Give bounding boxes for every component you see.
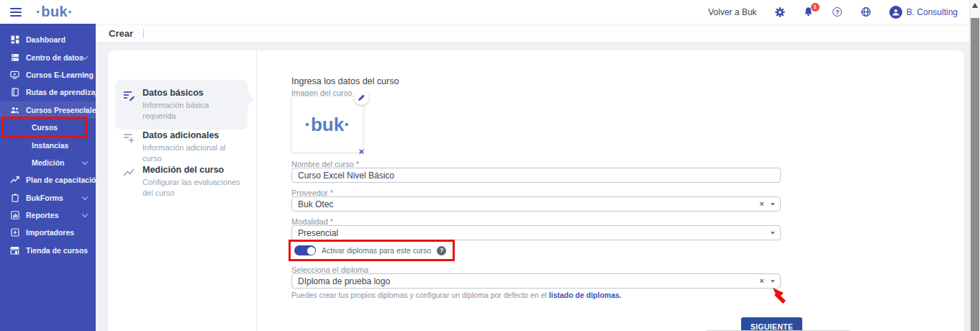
chevron-down-icon [82,212,88,217]
annotation-red-arrow [771,286,791,307]
sidebar-item-tienda-de-cursos[interactable]: Tienda de cursos [0,242,96,259]
sidebar-item-instancias[interactable]: Instancias [0,136,96,153]
help-icon[interactable]: ? [832,6,843,18]
dropdown-caret-icon [771,203,775,206]
notifications-bell-icon[interactable]: 1 [803,6,815,18]
sidebar-item-bukforms[interactable]: BukForms [0,189,96,207]
proveedor-select[interactable]: Buk Otec × [291,196,781,212]
volver-a-buk-link[interactable]: Volver a Buk [708,7,756,17]
store-icon [10,245,19,255]
sidebar-item-medicion[interactable]: Medición [0,154,96,171]
book-icon [10,88,19,97]
people-icon [10,105,19,114]
sidebar-item-centro-de-datos[interactable]: Centro de datos [0,48,96,65]
diploma-helper-text: Puedes crear tus propios diplomas y conf… [291,291,622,299]
sidebar: Dashboard Centro de datos Cursos E-Learn… [0,24,96,331]
modalidad-select[interactable]: Presencial [291,225,781,240]
edit-image-button[interactable] [354,90,369,105]
course-form: Ingresa los datos del curso Imagen del c… [291,50,795,331]
siguiente-button[interactable]: SIGUIENTE [741,317,802,331]
scrollbar-thumb[interactable] [971,18,979,331]
clear-selection-icon[interactable]: × [760,277,764,285]
course-image-buk-logo: ·buk· [304,114,350,136]
toggle-label: Activar diplomas para este curso [322,246,431,255]
sidebar-item-rutas-de-aprendizaje[interactable]: Rutas de aprendizaje [0,83,96,101]
user-avatar [889,6,902,19]
sidebar-item-cursos-presenciales[interactable]: Cursos Presenciales [0,101,96,119]
import-plus-icon [10,228,19,237]
user-menu[interactable]: B. Consulting [889,6,958,19]
user-name: B. Consulting [907,7,958,17]
top-header: ·buk· Volver a Buk 1 ? [0,0,969,24]
main-content: Crear Datos básicos Información básica r… [96,24,969,331]
trend-line-icon [122,166,135,179]
tooltip-help-icon[interactable]: ? [437,246,446,255]
activar-diplomas-toggle[interactable] [294,245,316,255]
elearning-screen-icon [10,70,19,79]
dropdown-caret-icon [771,232,775,235]
diploma-select[interactable]: DIploma de prueba logo × [291,273,781,289]
sidebar-item-plan-de-capacitacion[interactable]: Plan de capacitación [0,171,96,189]
course-create-card: Datos básicos Información básica requeri… [108,50,964,331]
steps-panel: Datos básicos Información básica requeri… [108,50,257,331]
step-medicion-del-curso[interactable]: Medición del curso Configurar las evalua… [115,157,248,207]
title-divider [143,29,144,38]
sidebar-item-reportes[interactable]: Reportes [0,207,96,224]
listado-de-diplomas-link[interactable]: listado de diplomas. [549,291,622,299]
hamburger-menu-icon[interactable] [10,8,22,17]
gear-icon[interactable] [774,6,786,18]
dashboard-icon [10,35,19,45]
page-title-bar: Crear [96,24,969,43]
sidebar-item-importadores[interactable]: Importadores [0,224,96,241]
course-image-preview[interactable]: ·buk· × [291,96,363,153]
chevron-down-icon [82,194,88,199]
bar-chart-icon [10,211,19,220]
sidebar-item-cursos[interactable]: Cursos [0,119,96,136]
sidebar-item-cursos-elearning[interactable]: Cursos E-Learning [0,66,96,83]
clear-selection-icon[interactable]: × [760,200,764,208]
clipboard-icon [10,193,19,202]
database-icon [10,53,19,62]
training-plan-chart-icon [10,176,19,185]
page-scrollbar[interactable] [969,0,980,331]
scrollbar-up-arrow[interactable] [972,3,978,8]
page-title: Crear [109,28,133,39]
remove-image-button[interactable]: × [358,147,364,156]
edit-lines-icon [122,89,135,102]
globe-icon[interactable] [861,6,872,18]
add-lines-icon [122,132,135,145]
chevron-down-icon [82,158,88,164]
sidebar-item-dashboard[interactable]: Dashboard [0,31,96,48]
diplomas-toggle-row: Activar diplomas para este curso ? [291,244,449,257]
pencil-icon [358,94,366,101]
buk-logo: ·buk· [36,4,73,20]
dropdown-caret-icon [771,280,775,283]
form-heading: Ingresa los datos del curso [291,76,399,86]
nombre-input[interactable] [291,168,781,183]
notification-badge: 1 [811,3,820,12]
